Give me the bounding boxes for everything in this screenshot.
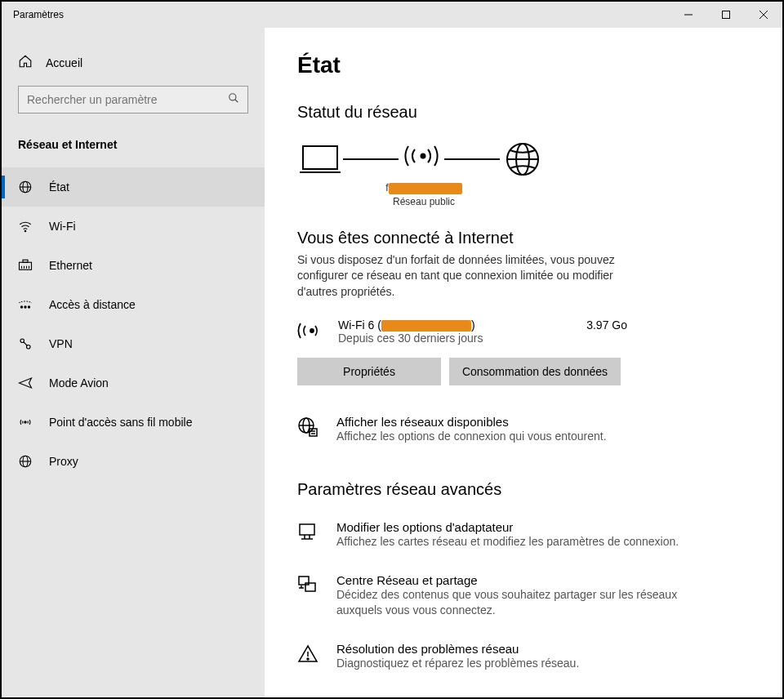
option-subtitle: Affichez les options de connexion qui vo… <box>336 429 607 445</box>
sidebar-item-ethernet[interactable]: Ethernet <box>2 246 265 285</box>
properties-button[interactable]: Propriétés <box>297 358 441 385</box>
ethernet-icon <box>18 258 33 273</box>
sharing-icon <box>297 573 318 599</box>
sidebar-item-wifi[interactable]: Wi-Fi <box>2 207 265 246</box>
option-title: Résolution des problèmes réseau <box>336 642 579 656</box>
option-title: Afficher les réseaux disponibles <box>336 415 607 429</box>
svg-rect-35 <box>310 429 317 436</box>
dialup-icon <box>18 297 33 312</box>
svg-point-21 <box>24 421 26 423</box>
option-subtitle: Affichez les cartes réseau et modifiez l… <box>336 534 679 550</box>
sidebar-item-hotspot[interactable]: Point d'accès sans fil mobile <box>2 403 265 442</box>
wifi-name: Wi-Fi 6 () <box>338 318 570 332</box>
home-label: Accueil <box>46 56 82 69</box>
sidebar-item-vpn[interactable]: VPN <box>2 324 265 363</box>
search-input[interactable] <box>27 93 228 106</box>
wifi-data-usage: 3.97 Go <box>586 318 750 332</box>
home-link[interactable]: Accueil <box>2 44 265 86</box>
svg-line-5 <box>235 100 238 103</box>
svg-point-16 <box>20 306 22 308</box>
svg-point-27 <box>421 154 425 158</box>
svg-rect-10 <box>20 262 32 269</box>
proxy-icon <box>18 454 33 469</box>
option-subtitle: Décidez des contenus que vous souhaitez … <box>336 587 679 619</box>
sidebar-item-label: Point d'accès sans fil mobile <box>49 416 192 429</box>
troubleshoot-option[interactable]: Résolution des problèmes réseau Diagnost… <box>297 642 750 672</box>
hotspot-icon <box>18 415 33 430</box>
hardware-properties-link[interactable]: Afficher les propriétés du matériel et d… <box>297 695 750 697</box>
option-title: Centre Réseau et partage <box>336 573 679 587</box>
connection-line <box>444 158 500 160</box>
vpn-icon <box>18 336 33 351</box>
svg-point-9 <box>24 230 26 232</box>
sidebar-item-airplane[interactable]: Mode Avion <box>2 363 265 403</box>
wifi-connection-row: Wi-Fi 6 () Depuis ces 30 derniers jours … <box>297 318 750 346</box>
globe-icon <box>18 180 33 194</box>
page-title: État <box>297 52 750 78</box>
network-diagram-label: f Réseau public <box>297 182 550 207</box>
show-networks-option[interactable]: Afficher les réseaux disponibles Affiche… <box>297 415 750 445</box>
sidebar-item-label: Proxy <box>49 455 78 468</box>
adapter-icon <box>297 520 318 546</box>
warning-icon <box>297 642 318 668</box>
adapter-options[interactable]: Modifier les options d'adaptateur Affich… <box>297 520 750 550</box>
internet-globe-icon <box>500 141 546 177</box>
svg-rect-1 <box>723 11 730 19</box>
option-subtitle: Diagnostiquez et réparez les problèmes r… <box>336 656 579 672</box>
sidebar-item-label: Accès à distance <box>49 298 136 311</box>
sidebar-item-label: État <box>49 180 69 194</box>
svg-rect-11 <box>23 260 28 262</box>
wifi-subtext: Depuis ces 30 derniers jours <box>338 332 570 345</box>
minimize-button[interactable] <box>670 2 707 28</box>
window-title: Paramètres <box>2 9 670 20</box>
svg-rect-25 <box>303 146 337 169</box>
network-diagram <box>297 141 750 177</box>
sidebar-item-label: Mode Avion <box>49 376 109 390</box>
sidebar-item-proxy[interactable]: Proxy <box>2 442 265 481</box>
sidebar-item-label: Ethernet <box>49 259 92 272</box>
maximize-button[interactable] <box>707 2 745 28</box>
globe-grid-icon <box>297 415 318 441</box>
sidebar-item-status[interactable]: État <box>2 167 265 207</box>
svg-point-18 <box>28 306 29 308</box>
status-heading: Statut du réseau <box>297 103 750 122</box>
svg-point-31 <box>310 329 314 332</box>
sidebar-section-label: Réseau et Internet <box>2 130 265 167</box>
wifi-network-icon <box>399 141 444 177</box>
sidebar: Accueil Réseau et Internet État Wi-Fi <box>2 28 265 697</box>
titlebar: Paramètres <box>2 2 782 28</box>
sidebar-item-label: VPN <box>49 337 73 350</box>
airplane-icon <box>18 376 33 390</box>
search-icon <box>228 92 239 107</box>
svg-point-4 <box>229 94 236 100</box>
data-usage-button[interactable]: Consommation des données <box>449 358 621 385</box>
computer-icon <box>297 141 343 177</box>
home-icon <box>18 54 33 71</box>
svg-rect-38 <box>300 524 314 535</box>
option-title: Modifier les options d'adaptateur <box>336 520 679 534</box>
wifi-icon <box>18 219 33 234</box>
sidebar-item-dialup[interactable]: Accès à distance <box>2 285 265 324</box>
wifi-icon <box>297 318 322 346</box>
connection-line <box>343 158 399 160</box>
connected-heading: Vous êtes connecté à Internet <box>297 229 750 247</box>
sidebar-item-label: Wi-Fi <box>49 220 76 233</box>
close-button[interactable] <box>745 2 782 28</box>
advanced-heading: Paramètres réseau avancés <box>297 480 750 499</box>
connected-description: Si vous disposez d'un forfait de données… <box>297 252 624 301</box>
main-content: État Statut du réseau f Réseau public <box>265 28 782 697</box>
svg-point-47 <box>307 658 309 660</box>
search-box[interactable] <box>18 86 248 114</box>
svg-point-17 <box>24 306 26 308</box>
sharing-center-option[interactable]: Centre Réseau et partage Décidez des con… <box>297 573 750 619</box>
